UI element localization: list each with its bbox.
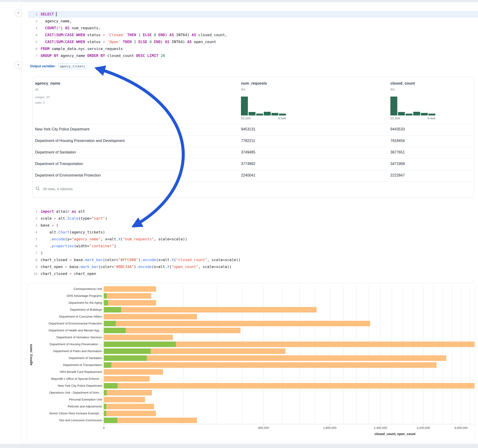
code-text[interactable]: CAST(SUM(CASE WHEN status = 'Open' THEN … xyxy=(37,38,216,45)
code-text[interactable]: ) xyxy=(37,249,43,256)
column-stats: nulls: 0 xyxy=(35,101,45,104)
category-label: DHS Advantage Programs xyxy=(36,292,102,299)
code-line[interactable]: 7GROUP BY agency_name ORDER BY closed_co… xyxy=(28,52,478,59)
cell-value: Department of Housing Preservation and D… xyxy=(35,139,125,143)
code-line[interactable]: 2 agency_name, xyxy=(28,18,478,25)
code-text[interactable]: .properties(width="container") xyxy=(37,243,116,249)
category-label: Correspondence Unit xyxy=(36,286,102,292)
bar-closed_count xyxy=(104,321,370,326)
line-number: 1⌄ xyxy=(28,11,37,18)
x-tick xyxy=(461,424,461,425)
table-row[interactable]: New York City Police Department945313194… xyxy=(33,124,474,135)
bar-open_count xyxy=(104,348,151,354)
table-row[interactable]: Department of Sanitation37494853677651 xyxy=(33,147,474,158)
line-number: 3⌄ xyxy=(28,222,37,229)
code-text[interactable]: FROM sample_data.nyc.service_requests xyxy=(37,45,123,52)
add-cell-button[interactable]: + xyxy=(14,61,22,69)
table-row[interactable]: Department of Housing Preservation and D… xyxy=(33,135,474,147)
line-number: 2 xyxy=(28,215,37,222)
code-text[interactable]: GROUP BY agency_name ORDER BY closed_cou… xyxy=(37,52,165,59)
histogram-bar xyxy=(249,112,256,115)
bar-open_count xyxy=(104,404,106,409)
x-tick xyxy=(330,424,330,425)
code-line[interactable]: 7) xyxy=(28,249,478,256)
gridline xyxy=(470,286,470,424)
histogram-bar xyxy=(390,97,397,115)
search-icon[interactable] xyxy=(36,187,40,191)
y-tick xyxy=(102,413,104,414)
code-text[interactable]: agency_name, xyxy=(37,18,72,25)
bar-open_count xyxy=(104,390,107,395)
plus-icon: + xyxy=(17,10,20,15)
table-rows: New York City Police Department945313194… xyxy=(33,124,474,182)
category-label: Department of Buildings xyxy=(36,306,102,313)
category-label: Taxi and Limousine Commission xyxy=(36,417,102,424)
sql-cell[interactable]: 1⌄SELECT 2 agency_name,3 COUNT(*) AS num… xyxy=(28,11,478,59)
cell-value: 3749485 xyxy=(241,150,255,154)
bar-open_count xyxy=(104,342,176,347)
code-line[interactable]: 10chart_closed + chart_open xyxy=(28,270,478,277)
python-cell[interactable]: 1import altair as alt2scale = alt.Scale(… xyxy=(28,208,478,277)
text-cursor xyxy=(56,12,57,16)
line-number: 8 xyxy=(28,256,37,263)
y-tick xyxy=(102,386,104,386)
category-label: Department of Environmental Protection xyxy=(36,320,102,327)
y-tick xyxy=(102,406,104,407)
code-line[interactable]: 1import altair as alt xyxy=(28,208,478,215)
gridline xyxy=(461,286,461,424)
y-tick xyxy=(102,330,104,331)
bar-open_count xyxy=(104,383,118,389)
code-line[interactable]: 5 .encode(y="agency_name", x=alt.X("num_… xyxy=(28,236,478,243)
code-line[interactable]: 5 CAST(SUM(CASE WHEN status = 'Open' THE… xyxy=(28,38,478,45)
code-line[interactable]: 3 COUNT(*) AS num_requests, xyxy=(28,25,478,31)
code-text[interactable]: alt.Chart(agency_tickets) xyxy=(37,229,105,236)
code-line[interactable]: 1⌄SELECT xyxy=(28,11,478,18)
code-text[interactable]: chart_closed = base.mark_bar(color="#FFC… xyxy=(37,256,240,263)
histogram-bar xyxy=(256,114,263,115)
code-line[interactable]: 9chart_open = base.mark_bar(color="#8BC3… xyxy=(28,263,478,270)
code-text[interactable]: import altair as alt xyxy=(37,208,85,215)
code-line[interactable]: 2scale = alt.Scale(type="sqrt") xyxy=(28,215,478,222)
code-line[interactable]: 8chart_closed = base.mark_bar(color="#FF… xyxy=(28,256,478,263)
x-tick-label: 4,000,000 xyxy=(454,426,468,429)
bar-open_count xyxy=(104,411,106,416)
code-text[interactable]: CAST(SUM(CASE WHEN status = 'Closed' THE… xyxy=(37,31,227,38)
fold-chevron-icon[interactable]: ⌄ xyxy=(39,11,40,18)
column-header-agency_name[interactable]: agency_name xyxy=(35,81,60,86)
dataframe-preview: 20 rows, 4 columns agency_namestrunique:… xyxy=(32,77,474,198)
code-line[interactable]: 6 .properties(width="container") xyxy=(28,243,478,249)
code-text[interactable]: .encode(y="agency_name", x=alt.X("num_re… xyxy=(37,236,187,243)
histogram-bar xyxy=(406,114,413,115)
cell-value: 9443533 xyxy=(390,127,405,131)
table-row[interactable]: Department of Environmental Protection22… xyxy=(33,170,474,181)
output-variable-chip[interactable]: agency_tickets xyxy=(58,63,87,69)
y-axis-title: agency_name xyxy=(29,286,33,424)
code-line[interactable]: 4 alt.Chart(agency_tickets) xyxy=(28,229,478,236)
code-text[interactable]: chart_closed + chart_open xyxy=(37,270,96,277)
code-line[interactable]: 6FROM sample_data.nyc.service_requests xyxy=(28,45,478,52)
table-row[interactable]: Department of Transportation377489234719… xyxy=(33,158,474,170)
code-line[interactable]: 3⌄base = ( xyxy=(28,222,478,229)
y-tick xyxy=(102,324,104,324)
cell-value: 2222847 xyxy=(390,173,405,177)
column-header-num_requests[interactable]: num_requests xyxy=(241,81,267,86)
line-number: 9 xyxy=(28,263,37,270)
x-tick xyxy=(104,424,104,425)
code-text[interactable]: scale = alt.Scale(type="sqrt") xyxy=(37,215,107,222)
column-header-closed_count[interactable]: closed_count xyxy=(390,81,415,86)
code-text[interactable]: base = ( xyxy=(37,222,58,229)
fold-chevron-icon[interactable]: ⌄ xyxy=(39,222,40,229)
x-tick-label: 2,400,000 xyxy=(374,426,387,429)
add-cell-button[interactable]: + xyxy=(14,9,22,17)
histogram-bar xyxy=(413,112,420,115)
y-tick xyxy=(102,296,104,296)
code-text[interactable]: chart_open = base.mark_bar(color="#8BC34… xyxy=(37,263,232,270)
histogram-range: 53,3049.5e6 xyxy=(241,117,286,120)
cell-value: 9453131 xyxy=(241,127,255,131)
range-max: 9.5e6 xyxy=(278,117,286,120)
category-label: Department of Housing Preservation … xyxy=(36,341,102,348)
code-text[interactable]: COUNT(*) AS num_requests, xyxy=(37,25,101,31)
bar-open_count xyxy=(104,328,126,333)
y-tick xyxy=(102,289,104,289)
code-line[interactable]: 4 CAST(SUM(CASE WHEN status = 'Closed' T… xyxy=(28,31,478,38)
